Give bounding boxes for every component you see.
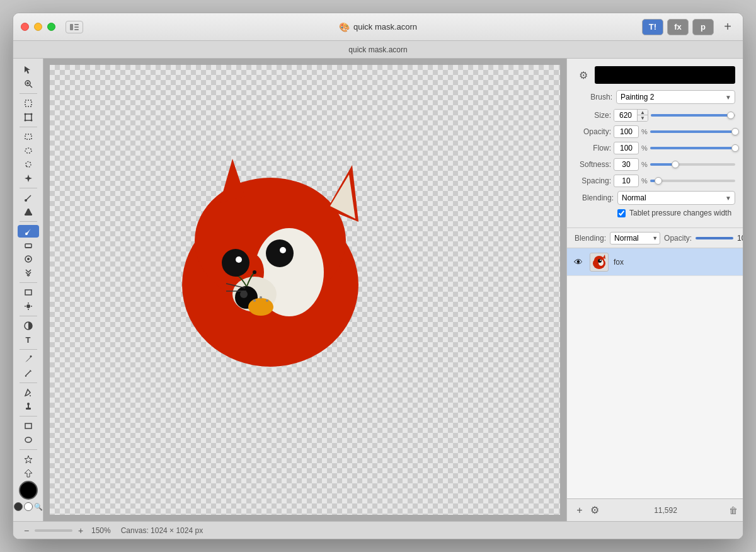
layer-thumbnail: [590, 253, 609, 272]
tablet-pressure-checkbox[interactable]: [617, 209, 626, 217]
pencil-tool[interactable]: [18, 367, 39, 379]
svg-point-62: [248, 298, 273, 316]
svg-point-59: [240, 290, 248, 298]
svg-point-20: [25, 233, 28, 235]
svg-point-41: [25, 437, 32, 442]
magnifier-icon[interactable]: 🔍: [34, 503, 43, 511]
layer-visibility-toggle[interactable]: 👁: [572, 256, 585, 268]
color-area: 🔍: [14, 481, 43, 516]
star-tool[interactable]: [18, 453, 39, 466]
opacity-slider[interactable]: [650, 130, 735, 133]
zoom-out-button[interactable]: −: [21, 525, 32, 536]
zoom-slider[interactable]: [35, 529, 72, 532]
layer-opacity-slider[interactable]: [696, 237, 733, 239]
text-tool-button[interactable]: T!: [642, 19, 663, 35]
layer-blend-select[interactable]: Normal Multiply Screen: [610, 232, 660, 244]
left-toolbar: T: [13, 59, 43, 521]
brightness-tool[interactable]: [18, 300, 39, 313]
delete-layer-button[interactable]: 🗑: [729, 505, 738, 515]
tool-separator-7: [20, 349, 37, 350]
eyedropper-tool[interactable]: [18, 400, 39, 413]
svg-point-73: [600, 260, 601, 261]
fx-button[interactable]: fx: [667, 19, 689, 35]
layer-opacity-label: Opacity:: [664, 234, 692, 243]
freehand-select-tool[interactable]: [18, 158, 39, 171]
opacity-input[interactable]: [614, 125, 639, 138]
canvas-area[interactable]: [43, 59, 566, 521]
blending-select[interactable]: Normal Multiply Screen Overlay: [617, 191, 735, 205]
brush-select-row: Brush: Painting 2 Soft Brush Hard Brush …: [575, 90, 735, 104]
zoom-level: 150%: [91, 526, 111, 535]
window-title: quick mask.acorn: [353, 22, 417, 32]
gradient-tool[interactable]: [18, 386, 39, 399]
size-decrement[interactable]: ▼: [638, 115, 648, 121]
layers-footer: + ⚙ 11,592 🗑: [567, 498, 743, 521]
size-slider[interactable]: [651, 114, 735, 117]
layer-settings-button[interactable]: ⚙: [587, 503, 602, 518]
smudge-tool[interactable]: [18, 267, 39, 279]
svg-rect-1: [74, 24, 79, 25]
bg-color-mini[interactable]: [24, 502, 33, 511]
color-preview-box[interactable]: [595, 66, 735, 84]
tool-separator-8: [20, 382, 37, 383]
zoom-in-button[interactable]: +: [75, 525, 86, 536]
minimize-button[interactable]: [34, 23, 42, 31]
dodge-burn-tool[interactable]: [18, 319, 39, 332]
ellipse-outline-tool[interactable]: [18, 434, 39, 446]
layer-opacity-value: 100%: [737, 234, 743, 243]
transform-tool[interactable]: [18, 111, 39, 124]
add-layer-button[interactable]: +: [572, 503, 587, 518]
bottom-bar: − + 150% Canvas: 1024 × 1024 px: [13, 521, 743, 539]
softness-slider[interactable]: [650, 163, 735, 166]
size-increment[interactable]: ▲: [638, 110, 648, 115]
svg-point-24: [27, 258, 30, 260]
color-fill-tool[interactable]: [18, 205, 39, 218]
tool-separator-10: [20, 449, 37, 450]
rect-shape-tool[interactable]: [18, 286, 39, 299]
svg-point-53: [268, 242, 291, 265]
p-button[interactable]: p: [692, 19, 714, 35]
rect-outline-tool[interactable]: [18, 420, 39, 432]
svg-point-60: [236, 273, 239, 277]
svg-rect-2: [74, 26, 79, 28]
arrow-tool[interactable]: [18, 64, 39, 76]
add-tab-button[interactable]: +: [720, 20, 735, 35]
tool-separator-1: [20, 93, 37, 94]
svg-point-11: [24, 113, 26, 115]
ellipse-select-tool[interactable]: [18, 144, 39, 157]
canvas-container: [50, 65, 560, 515]
clone-stamp-tool[interactable]: [18, 253, 39, 265]
crop-tool[interactable]: [18, 97, 39, 110]
maximize-button[interactable]: [47, 23, 55, 31]
zoom-tool[interactable]: [18, 78, 39, 90]
brush-settings-button[interactable]: ⚙: [575, 66, 592, 84]
spacing-label: Spacing:: [575, 176, 611, 185]
rect-select-tool[interactable]: [18, 130, 39, 143]
fg-color-mini[interactable]: [14, 502, 23, 511]
arrow-shape-tool[interactable]: [18, 467, 39, 480]
svg-point-39: [27, 403, 30, 405]
blending-row: Blending: Normal Multiply Screen Overlay…: [575, 191, 735, 205]
magic-wand-tool[interactable]: [18, 192, 39, 204]
svg-rect-3: [74, 29, 79, 30]
sidebar-toggle-button[interactable]: [66, 21, 83, 33]
foreground-color[interactable]: [19, 481, 38, 500]
layer-blending-label: Blending:: [575, 234, 606, 243]
flow-input[interactable]: [614, 142, 639, 154]
svg-point-64: [266, 299, 268, 302]
doc-tab[interactable]: quick mask.acorn: [348, 45, 407, 54]
flow-slider[interactable]: [650, 147, 735, 149]
layer-item[interactable]: 👁 fox: [567, 248, 743, 276]
size-input[interactable]: 620: [614, 110, 637, 121]
spacing-input[interactable]: [614, 175, 639, 187]
svg-marker-4: [25, 66, 30, 74]
close-button[interactable]: [21, 23, 29, 31]
spacing-slider[interactable]: [650, 180, 735, 182]
softness-input[interactable]: [614, 158, 639, 171]
eraser-tool[interactable]: [18, 239, 39, 251]
magic-select-tool[interactable]: [18, 172, 39, 185]
text-tool[interactable]: T: [18, 333, 39, 346]
paint-brush-tool[interactable]: [18, 225, 39, 238]
brush-select[interactable]: Painting 2 Soft Brush Hard Brush Airbrus…: [616, 90, 735, 104]
vector-pen-tool[interactable]: [18, 353, 39, 365]
